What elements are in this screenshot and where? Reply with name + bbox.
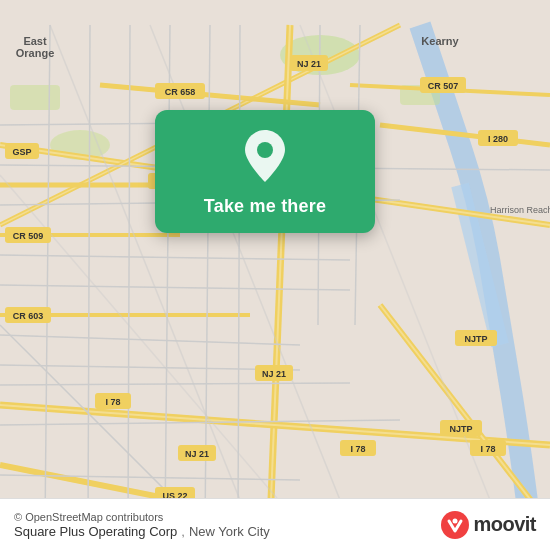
svg-text:Orange: Orange bbox=[16, 47, 55, 59]
map-pin-icon bbox=[237, 128, 293, 184]
svg-text:NJ 21: NJ 21 bbox=[185, 449, 209, 459]
svg-text:CR 658: CR 658 bbox=[165, 87, 196, 97]
map-container: CR 658 NJ 21 CR 507 GSP CR 508 I 280 CR … bbox=[0, 0, 550, 550]
svg-text:CR 507: CR 507 bbox=[428, 81, 459, 91]
map-attribution: © OpenStreetMap contributors bbox=[14, 511, 270, 523]
svg-point-84 bbox=[257, 142, 273, 158]
svg-text:GSP: GSP bbox=[12, 147, 31, 157]
svg-text:NJ 21: NJ 21 bbox=[262, 369, 286, 379]
moovit-logo: moovit bbox=[441, 511, 536, 539]
svg-text:I 78: I 78 bbox=[480, 444, 495, 454]
svg-text:I 78: I 78 bbox=[350, 444, 365, 454]
svg-text:NJTP: NJTP bbox=[449, 424, 472, 434]
svg-text:NJ 21: NJ 21 bbox=[297, 59, 321, 69]
svg-rect-6 bbox=[10, 85, 60, 110]
moovit-text: moovit bbox=[473, 513, 536, 536]
moovit-icon bbox=[441, 511, 469, 539]
svg-text:I 280: I 280 bbox=[488, 134, 508, 144]
svg-text:I 78: I 78 bbox=[105, 397, 120, 407]
svg-text:CR 603: CR 603 bbox=[13, 311, 44, 321]
location-name: Square Plus Operating Corp bbox=[14, 524, 177, 539]
svg-point-86 bbox=[453, 518, 458, 523]
location-city: New York City bbox=[189, 524, 270, 539]
svg-text:East: East bbox=[23, 35, 47, 47]
location-card: Take me there bbox=[155, 110, 375, 233]
svg-text:Kearny: Kearny bbox=[421, 35, 459, 47]
svg-text:NJTP: NJTP bbox=[464, 334, 487, 344]
svg-point-85 bbox=[441, 511, 469, 539]
take-me-there-button[interactable]: Take me there bbox=[204, 196, 326, 217]
svg-text:Harrison Reach Passaic Rive...: Harrison Reach Passaic Rive... bbox=[490, 205, 550, 215]
bottom-bar: © OpenStreetMap contributors Square Plus… bbox=[0, 498, 550, 550]
map-background: CR 658 NJ 21 CR 507 GSP CR 508 I 280 CR … bbox=[0, 0, 550, 550]
svg-text:CR 509: CR 509 bbox=[13, 231, 44, 241]
